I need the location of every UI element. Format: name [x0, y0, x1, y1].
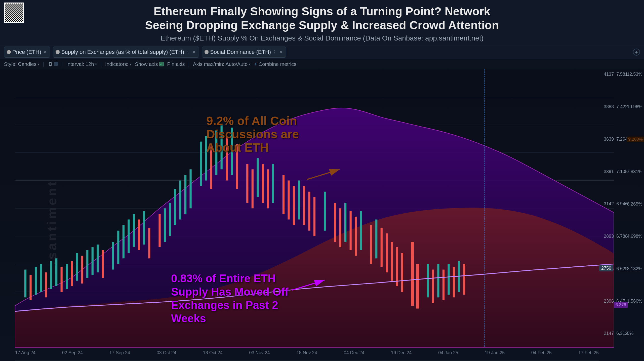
page-title: Ethereum Finally Showing Signs of a Turn… [5, 5, 639, 32]
y-supply-9: 6.312 [616, 331, 628, 336]
ctrl-sep-3: | [100, 62, 102, 67]
show-axis-control[interactable]: Show axis ✓ [135, 61, 164, 67]
ctrl-sep-4: | [188, 62, 190, 67]
social-tab-more-icon[interactable]: ⋮ [272, 49, 277, 55]
timeline: 17 Aug 24 02 Sep 24 17 Sep 24 03 Oct 24 … [15, 349, 599, 356]
qr-code [4, 3, 24, 23]
metric-tab-supply[interactable]: Supply on Exchanges (as % of total suppl… [53, 47, 199, 58]
y-social-2: 10.96% [627, 104, 644, 109]
chart-svg [15, 69, 614, 361]
y-supply-4: 7.105 [616, 169, 628, 174]
timeline-label-4: 18 Oct 24 [203, 350, 223, 355]
axis-minmax-control[interactable]: Axis max/min: Auto/Auto ▾ [193, 61, 251, 67]
indicators-control[interactable]: Indicators: ▾ [105, 61, 131, 67]
y-supply-7: 6.629 [616, 266, 628, 271]
annotation-crowd-attention: 9.2% of All Coin Discussions are About E… [206, 114, 299, 154]
y-price-9: 2147 [604, 331, 614, 336]
style-label: Style: Candles [4, 61, 36, 67]
timeline-label-6: 18 Nov 24 [296, 350, 317, 355]
pin-axis-control[interactable]: Pin axis [167, 61, 185, 67]
interval-chevron-icon: ▾ [95, 62, 97, 66]
y-social-7: 3.132% [627, 266, 644, 271]
small-pct-badge: 6.376 [614, 302, 628, 308]
supply-tab-close-icon[interactable]: ✕ [192, 49, 196, 55]
y-axis-supply: 7.581 7.422 7.264 7.105 6.946 6.788 6.62… [616, 69, 628, 339]
y-social-9: 0% [627, 331, 644, 336]
y-social-1: 12.53% [627, 72, 644, 77]
y-price-5: 3142 [604, 201, 614, 207]
timeline-label-7: 04 Dec 24 [344, 350, 364, 355]
y-price-8: 2396 [604, 299, 614, 304]
combine-metrics-button[interactable]: + Combine metrics [254, 61, 296, 67]
y-price-1: 4137 [604, 72, 614, 77]
combine-plus-icon: + [254, 61, 257, 67]
candle-color-box [54, 62, 58, 66]
style-chevron-icon: ▾ [38, 62, 39, 66]
y-axis-social: 12.53% 10.96% 9.203% 7.831% 6.265% 4.698… [627, 69, 644, 339]
y-price-4: 3391 [604, 169, 614, 174]
price-dot-icon [7, 50, 11, 54]
price-tab-close-icon[interactable]: ✕ [43, 49, 48, 55]
timeline-label-11: 04 Feb 25 [531, 350, 552, 355]
supply-tab-label: Supply on Exchanges (as % of total suppl… [61, 49, 184, 55]
timeline-label-8: 19 Dec 24 [391, 350, 412, 355]
indicators-label: Indicators: [105, 61, 128, 67]
timeline-label-9: 04 Jan 25 [438, 350, 458, 355]
chart-area: .santiment [0, 69, 644, 361]
timeline-label-3: 03 Oct 24 [157, 350, 176, 355]
metric-tab-social[interactable]: Social Dominance (ETH) ⋮ ✕ [202, 47, 286, 58]
y-social-6: 4.698% [627, 234, 644, 239]
y-social-8: 1.566% [627, 299, 644, 304]
y-social-5: 6.265% [627, 202, 644, 207]
y-supply-1: 7.581 [616, 72, 628, 77]
timeline-label-12: 17 Feb 25 [578, 350, 599, 355]
axis-minmax-label: Axis max/min: Auto/Auto [193, 61, 248, 67]
show-axis-checkbox[interactable]: ✓ [159, 62, 164, 66]
y-supply-5: 6.946 [616, 201, 628, 207]
candle-style-icon-control[interactable] [48, 62, 58, 67]
pin-axis-label: Pin axis [167, 61, 185, 67]
y-supply-3: 7.264 [616, 137, 628, 142]
current-price-badge: 2750 [599, 265, 613, 271]
style-control[interactable]: Style: Candles ▾ [4, 61, 39, 67]
y-price-3: 3639 [604, 137, 614, 142]
metrics-toolbar: Price (ETH) ✕ Supply on Exchanges (as % … [0, 45, 644, 59]
y-price-6: 2893 [604, 234, 614, 239]
timeline-label-1: 02 Sep 24 [62, 350, 83, 355]
social-tab-close-icon[interactable]: ✕ [278, 49, 283, 55]
interval-label: Interval: 12h [66, 61, 94, 67]
ctrl-sep-2: | [62, 62, 63, 67]
axis-chevron-icon: ▾ [249, 62, 251, 66]
y-social-3: 9.203% [627, 137, 644, 142]
combine-label: Combine metrics [259, 61, 296, 67]
timeline-label-2: 17 Sep 24 [109, 350, 130, 355]
page-header: Ethereum Finally Showing Signs of a Turn… [0, 0, 644, 45]
price-tab-label: Price (ETH) [12, 49, 41, 55]
timeline-label-5: 03 Nov 24 [249, 350, 270, 355]
interval-control[interactable]: Interval: 12h ▾ [66, 61, 97, 67]
y-price-2: 3888 [604, 104, 614, 109]
controls-toolbar: Style: Candles ▾ | | Interval: 12h ▾ | I… [0, 59, 644, 69]
y-supply-2: 7.422 [616, 104, 628, 109]
indicators-chevron-icon: ▾ [130, 62, 131, 66]
supply-tab-more-icon[interactable]: ⋮ [186, 49, 190, 55]
annotation-supply-moved: 0.83% of Entire ETH Supply Has Moved Off… [171, 272, 292, 325]
social-dot-icon [205, 50, 209, 54]
show-axis-label: Show axis [135, 61, 158, 67]
svg-rect-0 [49, 63, 51, 66]
metric-tab-price[interactable]: Price (ETH) ✕ [4, 47, 50, 58]
timeline-label-0: 17 Aug 24 [15, 350, 35, 355]
supply-dot-icon [56, 50, 60, 54]
page-subtitle: Ethereum ($ETH) Supply % On Exchanges & … [5, 34, 639, 42]
y-axis-price: 4137 3888 3639 3391 3142 2893 2644 2396 … [604, 69, 614, 339]
social-tab-label: Social Dominance (ETH) [210, 49, 271, 55]
timeline-label-10: 19 Jan 25 [485, 350, 505, 355]
ctrl-sep-1: | [43, 62, 44, 67]
add-metric-button[interactable]: ● [633, 49, 640, 56]
y-social-4: 7.831% [627, 169, 644, 174]
y-supply-6: 6.788 [616, 234, 628, 239]
candle-icon [48, 62, 53, 67]
